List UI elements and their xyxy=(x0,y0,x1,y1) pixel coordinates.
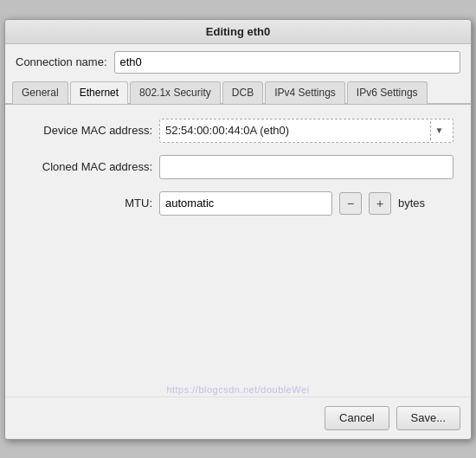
connection-name-label: Connection name: xyxy=(16,55,107,68)
device-mac-label: Device MAC address: xyxy=(23,124,152,137)
cloned-mac-row: Cloned MAC address: xyxy=(23,155,453,179)
device-mac-wrapper: 52:54:00:00:44:0A (eth0) ▼ xyxy=(159,119,453,143)
dialog-title: Editing eth0 xyxy=(5,20,471,44)
edit-connection-dialog: Editing eth0 Connection name: General Et… xyxy=(4,19,472,440)
tab-security[interactable]: 802.1x Security xyxy=(130,81,221,104)
tab-general[interactable]: General xyxy=(12,81,68,104)
tab-dcb[interactable]: DCB xyxy=(222,81,263,104)
mtu-input[interactable] xyxy=(159,191,332,216)
device-mac-value: 52:54:00:00:44:0A (eth0) xyxy=(165,124,430,137)
tab-ipv4[interactable]: IPv4 Settings xyxy=(265,81,345,104)
mtu-unit-label: bytes xyxy=(398,197,425,210)
tabs-bar: General Ethernet 802.1x Security DCB IPv… xyxy=(5,81,471,104)
button-row: Cancel Save... xyxy=(5,397,471,439)
cloned-mac-wrapper xyxy=(159,155,453,179)
mtu-label: MTU: xyxy=(23,197,152,210)
save-button[interactable]: Save... xyxy=(396,406,460,430)
cloned-mac-label: Cloned MAC address: xyxy=(23,160,152,173)
tab-ipv6[interactable]: IPv6 Settings xyxy=(347,81,428,104)
mtu-row: MTU: − + bytes xyxy=(23,191,453,216)
tab-ethernet[interactable]: Ethernet xyxy=(70,81,128,104)
mtu-plus-button[interactable]: + xyxy=(369,192,391,215)
tab-content-ethernet: Device MAC address: 52:54:00:00:44:0A (e… xyxy=(5,104,471,381)
cloned-mac-input[interactable] xyxy=(159,155,453,179)
mtu-minus-button[interactable]: − xyxy=(339,192,362,215)
connection-name-row: Connection name: xyxy=(5,44,471,81)
device-mac-row: Device MAC address: 52:54:00:00:44:0A (e… xyxy=(23,119,453,143)
watermark: https://blogcsdn.net/doubleWei xyxy=(5,381,471,397)
connection-name-input[interactable] xyxy=(114,51,460,74)
mtu-controls: − + bytes xyxy=(159,191,453,216)
device-mac-dropdown-arrow: ▼ xyxy=(430,121,447,140)
device-mac-select[interactable]: 52:54:00:00:44:0A (eth0) ▼ xyxy=(159,119,453,143)
cancel-button[interactable]: Cancel xyxy=(325,406,389,430)
